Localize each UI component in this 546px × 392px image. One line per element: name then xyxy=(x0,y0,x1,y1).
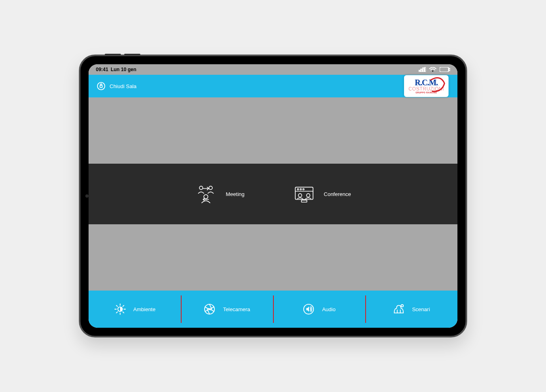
meeting-icon xyxy=(195,183,217,205)
brightness-icon xyxy=(114,303,126,315)
nav-audio[interactable]: Audio xyxy=(273,291,365,328)
wifi-icon xyxy=(429,67,436,72)
svg-rect-6 xyxy=(449,68,450,71)
svg-line-28 xyxy=(123,306,124,307)
svg-point-7 xyxy=(97,82,105,90)
cellular-icon xyxy=(419,67,426,72)
mode-meeting[interactable]: Meeting xyxy=(195,183,244,205)
mode-strip: Meeting Conference xyxy=(89,164,457,224)
logo-line1: R.C.M. xyxy=(415,78,438,86)
nav-scenari-label: Scenari xyxy=(412,306,430,312)
svg-point-18 xyxy=(306,194,309,197)
speaker-icon xyxy=(303,303,315,315)
mode-meeting-label: Meeting xyxy=(226,191,244,197)
svg-point-14 xyxy=(297,189,298,190)
nav-ambiente-label: Ambiente xyxy=(133,306,156,312)
hardware-buttons xyxy=(105,54,140,55)
svg-point-17 xyxy=(298,194,301,197)
status-indicators xyxy=(419,67,450,72)
screen: 09:41 Lun 10 gen xyxy=(89,64,457,328)
battery-icon xyxy=(440,67,450,72)
svg-point-16 xyxy=(303,189,304,190)
svg-line-27 xyxy=(116,312,117,313)
close-room-label: Chiudi Sala xyxy=(110,83,137,89)
status-time: 09:41 xyxy=(96,67,108,72)
top-bar: Chiudi Sala R.C.M. COSTRUZIONI GRUPPO RA… xyxy=(89,75,457,97)
conference-icon xyxy=(293,183,315,205)
svg-point-9 xyxy=(199,186,203,190)
scene-icon xyxy=(393,303,405,315)
svg-point-33 xyxy=(401,305,404,307)
nav-audio-label: Audio xyxy=(322,306,335,312)
power-lock-icon xyxy=(97,82,106,91)
svg-rect-1 xyxy=(421,69,422,72)
svg-rect-2 xyxy=(423,68,424,72)
status-bar: 09:41 Lun 10 gen xyxy=(89,64,457,75)
svg-line-25 xyxy=(116,306,117,307)
logo-line2: COSTRUZIONI xyxy=(408,86,444,91)
svg-point-4 xyxy=(432,71,434,72)
mode-conference[interactable]: Conference xyxy=(293,183,351,205)
svg-point-15 xyxy=(300,189,301,190)
svg-rect-5 xyxy=(440,67,449,72)
tablet-frame: 09:41 Lun 10 gen xyxy=(79,55,467,337)
nav-telecamera-label: Telecamera xyxy=(223,306,250,312)
close-room-button[interactable]: Chiudi Sala xyxy=(97,82,137,91)
logo-line3: GRUPPO RAINONE xyxy=(415,92,437,94)
brand-logo: R.C.M. COSTRUZIONI GRUPPO RAINONE xyxy=(404,75,449,97)
bottom-nav: Ambiente Telecamera Audio xyxy=(89,291,457,328)
mode-conference-label: Conference xyxy=(324,191,351,197)
aperture-icon xyxy=(203,303,216,315)
svg-point-10 xyxy=(209,186,212,190)
svg-line-26 xyxy=(123,312,124,313)
svg-rect-19 xyxy=(301,200,307,202)
status-date: Lun 10 gen xyxy=(111,67,136,72)
nav-scenari[interactable]: Scenari xyxy=(365,291,457,328)
camera-dot xyxy=(85,194,89,198)
main-content: Meeting Conference xyxy=(89,97,457,291)
svg-rect-3 xyxy=(425,67,426,72)
nav-telecamera[interactable]: Telecamera xyxy=(181,291,273,328)
nav-ambiente[interactable]: Ambiente xyxy=(89,291,181,328)
svg-rect-0 xyxy=(419,70,420,72)
